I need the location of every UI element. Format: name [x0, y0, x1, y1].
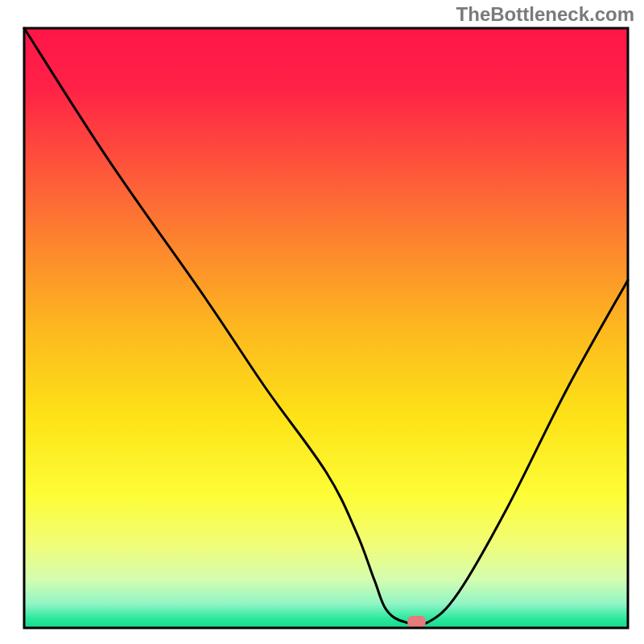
plot-background: [24, 28, 628, 628]
minimum-marker: [407, 616, 426, 628]
chart-root: TheBottleneck.com: [0, 0, 644, 644]
watermark-text: TheBottleneck.com: [456, 3, 634, 26]
bottleneck-chart: [0, 0, 644, 644]
